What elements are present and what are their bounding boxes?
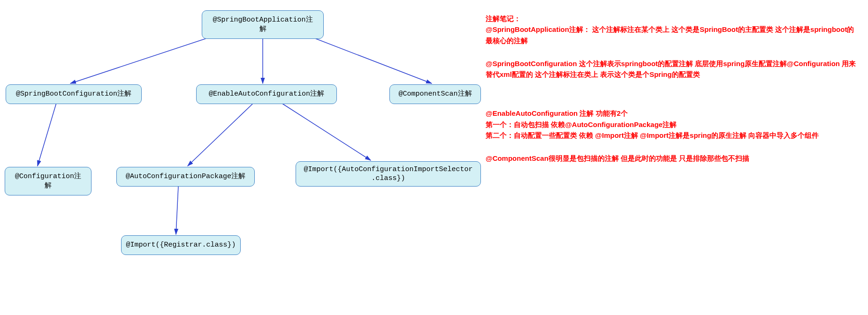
node-spring-boot-configuration[interactable]: @SpringBootConfiguration注解 bbox=[6, 84, 142, 104]
node-label: @SpringBootConfiguration注解 bbox=[16, 90, 131, 99]
connector-layer bbox=[0, 0, 493, 315]
notes-paragraph-3: @EnableAutoConfiguration 注解 功能有2个第一个：自动包… bbox=[486, 108, 861, 141]
node-label: @Configuration注解 bbox=[13, 172, 84, 190]
note-text: @ComponentScan很明显是包扫描的注解 但是此时的功能是 只是排除那些… bbox=[486, 154, 749, 162]
node-spring-boot-application[interactable]: @SpringBootApplication注解 bbox=[202, 10, 324, 39]
node-label: @ComponentScan注解 bbox=[398, 90, 472, 99]
note-text: @EnableAutoConfiguration 注解 功能有2个第一个：自动包… bbox=[486, 109, 819, 139]
node-import-auto-config-selector[interactable]: @Import({AutoConfigurationImportSelector… bbox=[296, 161, 481, 187]
node-label: @Import({Registrar.class}) bbox=[126, 240, 236, 250]
node-label: @Import({AutoConfigurationImportSelector… bbox=[304, 165, 472, 183]
node-configuration[interactable]: @Configuration注解 bbox=[5, 167, 91, 195]
svg-line-5 bbox=[282, 103, 371, 160]
notes-paragraph-1: 注解笔记：@SpringBootApplication注解： 这个注解标注在某个… bbox=[486, 13, 861, 46]
node-label: @AutoConfigurationPackage注解 bbox=[126, 172, 245, 181]
node-import-registrar[interactable]: @Import({Registrar.class}) bbox=[121, 235, 241, 255]
svg-line-4 bbox=[188, 103, 253, 166]
notes-area: 注解笔记：@SpringBootApplication注解： 这个注解标注在某个… bbox=[486, 13, 861, 176]
notes-paragraph-2: @SpringBootConfiguration 这个注解表示springboo… bbox=[486, 58, 861, 80]
node-label: @SpringBootApplication注解 bbox=[210, 15, 316, 34]
node-component-scan[interactable]: @ComponentScan注解 bbox=[389, 84, 481, 104]
note-text: 注解笔记：@SpringBootApplication注解： 这个注解标注在某个… bbox=[486, 15, 854, 45]
node-auto-configuration-package[interactable]: @AutoConfigurationPackage注解 bbox=[116, 167, 255, 187]
svg-line-3 bbox=[38, 103, 56, 166]
svg-line-6 bbox=[176, 187, 178, 234]
note-text: @SpringBootConfiguration 这个注解表示springboo… bbox=[486, 60, 856, 78]
diagram-area: @SpringBootApplication注解 @SpringBootConf… bbox=[0, 0, 493, 315]
notes-paragraph-4: @ComponentScan很明显是包扫描的注解 但是此时的功能是 只是排除那些… bbox=[486, 153, 861, 164]
node-label: @EnableAutoConfiguration注解 bbox=[209, 90, 324, 99]
node-enable-auto-configuration[interactable]: @EnableAutoConfiguration注解 bbox=[196, 84, 337, 104]
